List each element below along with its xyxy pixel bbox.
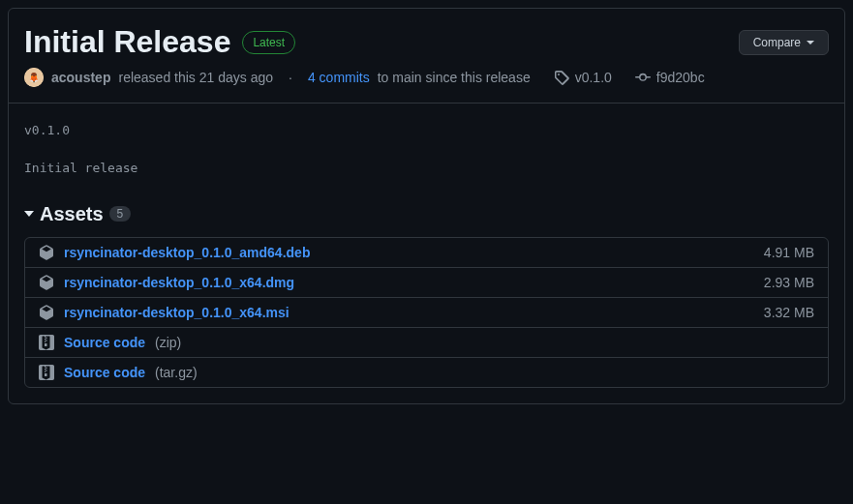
body-version: v0.1.0 [24, 119, 829, 141]
asset-name-link[interactable]: Source code [64, 335, 145, 350]
author-link[interactable]: acoustep [51, 70, 110, 85]
asset-ext: (tar.gz) [155, 365, 198, 380]
asset-size: 3.32 MB [764, 305, 814, 320]
chevron-down-icon [807, 41, 814, 44]
release-title: Initial Release [24, 24, 230, 60]
compare-button[interactable]: Compare [739, 30, 829, 55]
file-zip-icon [39, 365, 54, 380]
release-body: v0.1.0 Initial release [9, 104, 844, 195]
asset-size: 4.91 MB [764, 245, 814, 260]
asset-row: rsyncinator-desktop_0.1.0_x64.dmg2.93 MB [25, 267, 828, 297]
commit-icon [635, 70, 651, 85]
latest-badge: Latest [242, 31, 295, 54]
asset-row: rsyncinator-desktop_0.1.0_amd64.deb4.91 … [25, 238, 828, 267]
assets-toggle[interactable]: Assets 5 [24, 203, 829, 225]
commit-sha: f9d20bc [656, 70, 705, 85]
package-icon [39, 305, 54, 320]
body-text: Initial release [24, 157, 829, 179]
tag-icon [554, 70, 569, 85]
commits-link[interactable]: 4 commits [308, 70, 370, 85]
assets-section: Assets 5 rsyncinator-desktop_0.1.0_amd64… [9, 195, 844, 403]
commit-item[interactable]: f9d20bc [635, 70, 705, 85]
assets-count-badge: 5 [109, 206, 132, 222]
release-header: Initial Release Latest Compare [9, 9, 844, 60]
separator: · [289, 70, 292, 85]
asset-left: rsyncinator-desktop_0.1.0_amd64.deb [39, 245, 310, 260]
asset-row: rsyncinator-desktop_0.1.0_x64.msi3.32 MB [25, 297, 828, 327]
package-icon [39, 275, 54, 290]
asset-name-link[interactable]: rsyncinator-desktop_0.1.0_x64.msi [64, 305, 289, 320]
file-zip-icon [39, 335, 54, 350]
asset-name-link[interactable]: rsyncinator-desktop_0.1.0_amd64.deb [64, 245, 310, 260]
package-icon [39, 305, 54, 320]
asset-left: rsyncinator-desktop_0.1.0_x64.msi [39, 305, 289, 320]
file-zip-icon [39, 335, 54, 350]
tag-item[interactable]: v0.1.0 [554, 70, 612, 85]
release-meta: 🦊 acoustep released this 21 days ago · 4… [9, 60, 844, 104]
asset-size: 2.93 MB [764, 275, 814, 290]
tag-name: v0.1.0 [575, 70, 612, 85]
release-card: Initial Release Latest Compare 🦊 acouste… [8, 8, 845, 404]
asset-name-link[interactable]: rsyncinator-desktop_0.1.0_x64.dmg [64, 275, 294, 290]
svg-text:🦊: 🦊 [29, 74, 39, 83]
title-row: Initial Release Latest [24, 24, 295, 60]
asset-left: rsyncinator-desktop_0.1.0_x64.dmg [39, 275, 294, 290]
asset-left: Source code(tar.gz) [39, 365, 198, 380]
assets-title: Assets [40, 203, 104, 225]
file-zip-icon [39, 365, 54, 380]
asset-left: Source code(zip) [39, 335, 181, 350]
asset-row: Source code(zip) [25, 327, 828, 357]
asset-name-link[interactable]: Source code [64, 365, 145, 380]
package-icon [39, 245, 54, 260]
asset-row: Source code(tar.gz) [25, 357, 828, 387]
commits-suffix: to main since this release [378, 70, 531, 85]
compare-label: Compare [753, 36, 801, 49]
package-icon [39, 275, 54, 290]
assets-list: rsyncinator-desktop_0.1.0_amd64.deb4.91 … [24, 237, 829, 388]
caret-down-icon [24, 211, 34, 217]
release-date-text: released this 21 days ago [118, 70, 273, 85]
package-icon [39, 245, 54, 260]
avatar[interactable]: 🦊 [24, 68, 44, 87]
asset-ext: (zip) [155, 335, 181, 350]
